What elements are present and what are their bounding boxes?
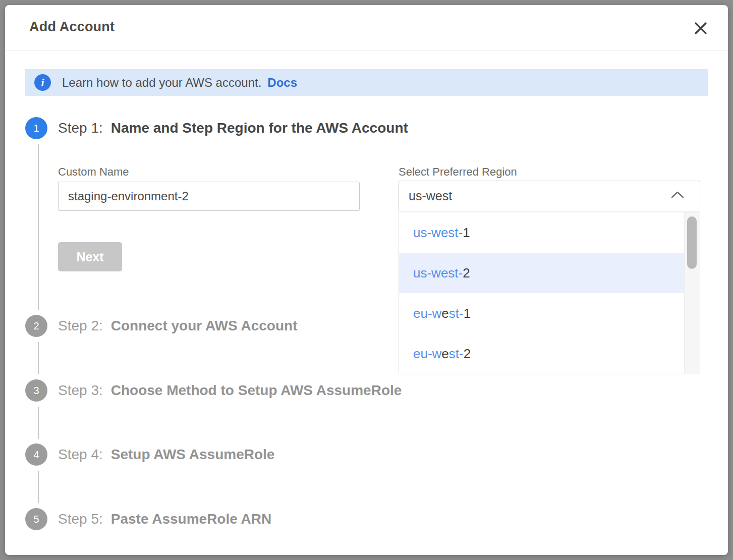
step-connector-4-5 xyxy=(38,471,39,503)
info-banner: i Learn how to add your AWS account. Doc… xyxy=(25,69,708,96)
step-4-number: 4 xyxy=(33,449,39,461)
next-button[interactable]: Next xyxy=(58,242,122,271)
close-icon xyxy=(694,22,707,35)
region-option-us-west-2[interactable]: us-west-2 xyxy=(399,253,686,293)
dropdown-scrollbar-track[interactable] xyxy=(684,212,700,374)
region-option-text-segment: us-west- xyxy=(413,265,463,281)
region-option-eu-west-2[interactable]: eu-west-2 xyxy=(399,333,686,374)
step-connector-2-3 xyxy=(38,342,39,374)
region-option-text-segment: st- xyxy=(449,346,464,362)
region-option-text-segment: e xyxy=(441,306,448,321)
step-5-heading: Step 5:Paste AssumeRole ARN xyxy=(58,511,271,527)
info-icon: i xyxy=(34,74,51,91)
step-4-title: Setup AWS AssumeRole xyxy=(111,446,275,462)
step-1-title: Name and Step Region for the AWS Account xyxy=(111,120,408,136)
region-option-text-segment: 2 xyxy=(464,346,471,362)
step-3-number: 3 xyxy=(33,385,39,397)
region-dropdown: us-west-1us-west-2eu-west-1eu-west-2 xyxy=(399,212,700,374)
step-1-number: 1 xyxy=(33,123,39,134)
region-option-text-segment: eu-w xyxy=(413,346,441,362)
region-option-text-segment: 1 xyxy=(464,306,471,321)
region-label: Select Preferred Region xyxy=(399,165,517,179)
region-select-value: us-west xyxy=(409,189,452,203)
modal-title: Add Account xyxy=(29,19,115,35)
info-banner-text: Learn how to add your AWS account. xyxy=(62,76,261,90)
step-5-title: Paste AssumeRole ARN xyxy=(111,511,271,527)
step-connector-3-4 xyxy=(38,407,39,439)
step-3-circle: 3 xyxy=(25,379,47,402)
dropdown-scrollbar-thumb[interactable] xyxy=(687,216,697,269)
region-option-text-segment: st- xyxy=(449,306,464,321)
custom-name-input[interactable] xyxy=(58,182,360,211)
chevron-up-icon xyxy=(670,190,685,201)
add-account-modal: Add Account i Learn how to add your AWS … xyxy=(5,5,728,555)
modal-header: Add Account xyxy=(5,5,728,50)
region-option-text-segment: us-west- xyxy=(413,225,463,241)
step-2-circle: 2 xyxy=(25,315,47,337)
region-select[interactable]: us-west xyxy=(399,181,700,211)
step-4-heading: Step 4:Setup AWS AssumeRole xyxy=(58,446,274,463)
step-3-title: Choose Method to Setup AWS AssumeRole xyxy=(111,382,402,398)
step-1-circle: 1 xyxy=(25,117,47,139)
step-4-circle: 4 xyxy=(25,443,47,466)
step-5-number: 5 xyxy=(33,514,39,525)
region-option-text-segment: e xyxy=(441,346,448,362)
region-option-text-segment: eu-w xyxy=(413,306,441,321)
step-2-prefix: Step 2: xyxy=(58,318,103,333)
step-4-prefix: Step 4: xyxy=(58,446,103,462)
step-2-heading: Step 2:Connect your AWS Account xyxy=(58,318,297,334)
region-option-text-segment: 2 xyxy=(463,265,470,281)
custom-name-label: Custom Name xyxy=(58,165,129,179)
step-3-prefix: Step 3: xyxy=(58,382,103,398)
region-option-eu-west-1[interactable]: eu-west-1 xyxy=(399,293,686,333)
step-1-heading: Step 1:Name and Step Region for the AWS … xyxy=(58,120,408,136)
region-dropdown-list: us-west-1us-west-2eu-west-1eu-west-2 xyxy=(399,212,700,374)
step-3-heading: Step 3:Choose Method to Setup AWS Assume… xyxy=(58,382,402,399)
step-1-prefix: Step 1: xyxy=(58,120,103,136)
step-5-circle: 5 xyxy=(25,508,47,530)
close-button[interactable] xyxy=(690,17,712,39)
step-2-number: 2 xyxy=(33,320,39,332)
step-connector-1-2 xyxy=(38,144,39,310)
docs-link[interactable]: Docs xyxy=(267,76,297,90)
region-option-text-segment: 1 xyxy=(463,225,470,241)
step-5-prefix: Step 5: xyxy=(58,511,103,527)
step-2-title: Connect your AWS Account xyxy=(111,318,298,333)
region-option-us-west-1[interactable]: us-west-1 xyxy=(399,212,686,253)
